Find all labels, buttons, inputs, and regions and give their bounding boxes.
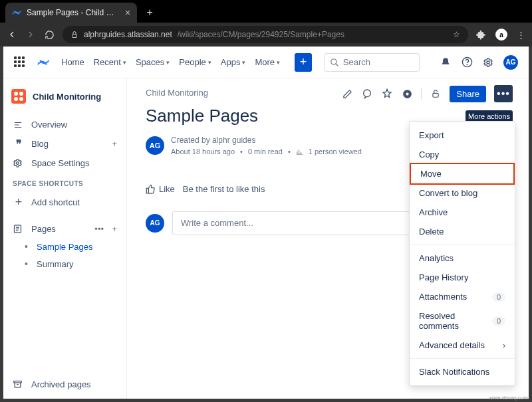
menu-divider [410, 358, 515, 359]
nav-more[interactable]: More▾ [255, 57, 280, 67]
reload-button[interactable] [44, 30, 55, 40]
browser-menu-icon[interactable]: ⋮ [517, 30, 525, 40]
space-header[interactable]: Child Monitoring [9, 86, 121, 106]
app-switcher-icon[interactable] [14, 56, 25, 68]
menu-slack-notifications[interactable]: Slack Notifications [410, 362, 515, 381]
watch-icon[interactable] [401, 88, 413, 100]
like-button[interactable]: Like [146, 184, 175, 194]
menu-analytics[interactable]: Analytics [410, 249, 515, 268]
chevron-down-icon: ▾ [208, 59, 211, 66]
pages-more-icon[interactable]: ••• [94, 224, 104, 234]
page-tree-sample-pages[interactable]: Sample Pages [9, 238, 121, 255]
author-avatar[interactable]: AG [146, 136, 164, 155]
watermark: www.deuaq.com [489, 395, 528, 401]
plus-icon: + [13, 195, 25, 209]
top-navigation: Home Recent▾ Spaces▾ People▾ Apps▾ More▾… [3, 47, 529, 78]
notifications-icon[interactable] [440, 56, 452, 68]
archive-icon [13, 379, 25, 389]
confluence-favicon-icon [12, 8, 21, 17]
sidebar-archived-pages[interactable]: Archived pages [9, 375, 121, 393]
tab-title: Sample Pages - Child Monitoring [27, 8, 120, 17]
nav-people[interactable]: People▾ [179, 57, 211, 67]
url-path: /wiki/spaces/CM/pages/294925/Sample+Page… [178, 30, 344, 39]
svg-point-4 [487, 61, 489, 64]
nav-links: Home Recent▾ Spaces▾ People▾ Apps▾ More▾ [61, 57, 280, 67]
app-viewport: Home Recent▾ Spaces▾ People▾ Apps▾ More▾… [3, 47, 529, 399]
nav-spaces[interactable]: Spaces▾ [136, 57, 170, 67]
new-tab-button[interactable]: + [142, 5, 157, 20]
help-icon[interactable] [461, 56, 473, 68]
menu-attachments[interactable]: Attachments0 [410, 287, 515, 306]
search-input[interactable]: Search [324, 53, 420, 72]
overview-icon [13, 120, 25, 130]
menu-delete[interactable]: Delete [410, 222, 515, 241]
sidebar-item-blog[interactable]: ❞ Blog + [9, 134, 121, 154]
svg-point-1 [331, 58, 336, 64]
tab-close-icon[interactable]: × [125, 7, 130, 18]
share-button[interactable]: Share [450, 86, 486, 102]
blog-icon: ❞ [13, 138, 25, 150]
created-by: Created by alphr guides [171, 134, 362, 146]
sidebar-item-overview[interactable]: Overview [9, 116, 121, 134]
create-button[interactable]: + [295, 53, 312, 72]
page-tree-summary[interactable]: Summary [9, 255, 121, 272]
more-actions-button[interactable]: ••• [494, 85, 513, 102]
sidebar-item-pages[interactable]: Pages ••• + [9, 220, 121, 238]
profile-avatar[interactable]: AG [503, 55, 518, 70]
bookmark-icon[interactable]: ☆ [453, 30, 460, 39]
sidebar-add-shortcut[interactable]: + Add shortcut [9, 191, 121, 213]
add-blog-icon[interactable]: + [112, 139, 117, 149]
chevron-down-icon: ▾ [277, 59, 280, 66]
forward-button[interactable] [25, 29, 36, 40]
browser-profile-icon[interactable]: a [495, 29, 507, 41]
nav-home[interactable]: Home [61, 57, 84, 67]
back-button[interactable] [7, 29, 17, 40]
browser-tab-strip: Sample Pages - Child Monitoring × + [0, 0, 532, 23]
menu-move[interactable]: Move [410, 163, 515, 185]
analytics-icon [296, 148, 303, 155]
chevron-down-icon: ▾ [166, 59, 170, 66]
confluence-logo-icon[interactable] [37, 56, 49, 69]
like-prompt: Be the first to like this [183, 184, 265, 194]
space-name: Child Monitoring [33, 92, 101, 102]
nav-apps[interactable]: Apps▾ [221, 57, 246, 67]
svg-rect-0 [72, 35, 77, 38]
menu-convert-to-blog[interactable]: Convert to blog [410, 183, 515, 203]
menu-copy[interactable]: Copy [410, 145, 515, 164]
settings-icon[interactable] [482, 56, 494, 68]
menu-page-history[interactable]: Page History [410, 268, 515, 287]
more-actions-menu: Export Copy Move Convert to blog Archive… [409, 121, 515, 386]
nav-recent[interactable]: Recent▾ [94, 57, 126, 67]
sidebar: Child Monitoring Overview ❞ Blog + Space… [3, 78, 127, 399]
comment-input[interactable]: Write a comment... [172, 211, 425, 235]
search-placeholder: Search [343, 57, 370, 67]
menu-archive[interactable]: Archive [410, 203, 515, 222]
restrictions-icon[interactable] [430, 88, 442, 100]
edit-icon[interactable] [341, 88, 353, 100]
attachments-count-badge: 0 [492, 292, 505, 302]
extensions-icon[interactable] [476, 30, 486, 40]
pages-icon [13, 224, 25, 234]
sidebar-item-space-settings[interactable]: Space Settings [9, 154, 121, 172]
address-bar[interactable]: alphrguides.atlassian.net/wiki/spaces/CM… [63, 26, 468, 43]
chevron-down-icon: ▾ [242, 59, 245, 66]
browser-tab[interactable]: Sample Pages - Child Monitoring × [5, 3, 137, 23]
space-logo-icon [11, 89, 26, 104]
meta-read: 0 min read [248, 146, 283, 157]
menu-advanced-details[interactable]: Advanced details› [410, 336, 515, 355]
star-icon[interactable] [381, 88, 393, 100]
resolved-count-badge: 0 [492, 316, 505, 326]
gear-icon [13, 158, 25, 168]
menu-divider [410, 245, 515, 245]
add-page-icon[interactable]: + [112, 224, 117, 234]
menu-export[interactable]: Export [410, 126, 515, 145]
meta-views: 1 person viewed [309, 146, 362, 157]
thumbs-up-icon [146, 184, 156, 194]
divider [421, 88, 422, 100]
chevron-right-icon: › [503, 341, 505, 350]
comment-icon[interactable] [361, 88, 373, 100]
menu-resolved-comments[interactable]: Resolved comments0 [410, 306, 515, 336]
page-actions: Share ••• More actions [341, 85, 513, 102]
url-host: alphrguides.atlassian.net [84, 30, 172, 39]
comment-avatar: AG [146, 214, 164, 233]
